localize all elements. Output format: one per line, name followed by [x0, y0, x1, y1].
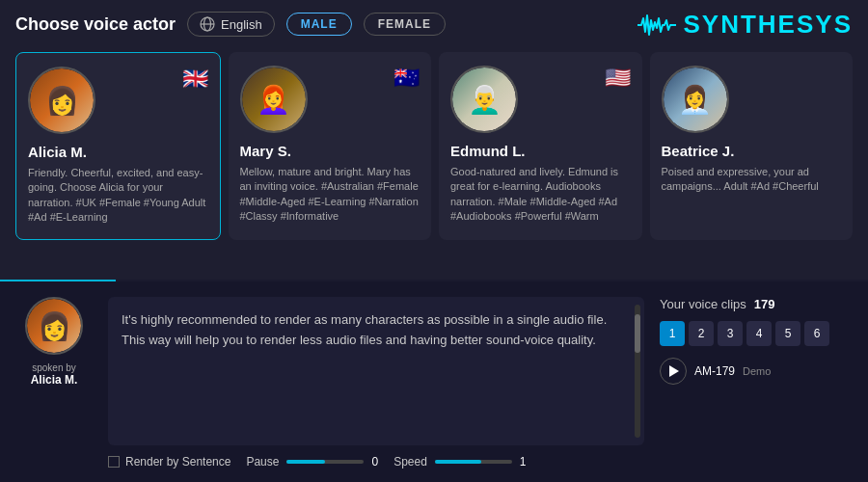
actor-desc-2: Good-natured and lively. Edmund is great…: [450, 165, 631, 225]
actor-avatar-1: 👩‍🦰: [240, 66, 308, 133]
top-section: Choose voice actor English MALE FEMALE S…: [0, 0, 868, 280]
lang-label: English: [221, 17, 262, 32]
text-content: It's highly recommended to render as man…: [122, 312, 607, 347]
globe-icon: [200, 16, 215, 32]
page-title: Choose voice actor: [15, 14, 176, 35]
actor-avatar-2: 👨‍🦳: [450, 66, 518, 133]
clip-number-1[interactable]: 1: [660, 321, 685, 346]
actor-avatar-circle-1: 👩‍🦰: [242, 67, 306, 131]
speed-slider-fill: [435, 460, 481, 464]
text-content-box[interactable]: It's highly recommended to render as man…: [108, 297, 644, 445]
actor-avatar-circle-3: 👩‍💼: [664, 67, 727, 131]
actor-avatar-0: 👩: [28, 67, 95, 134]
waveform-icon: [637, 11, 676, 40]
clip-number-5[interactable]: 5: [775, 321, 800, 346]
render-by-sentence-control[interactable]: Render by Sentence: [108, 455, 231, 469]
scrollbar-thumb[interactable]: [635, 314, 640, 353]
play-triangle-icon: [669, 365, 679, 377]
bottom-avatar-circle: 👩: [27, 299, 81, 353]
actor-flag-2: 🇺🇸: [605, 66, 631, 91]
scrollbar-track[interactable]: [635, 305, 640, 438]
demo-badge: Demo: [743, 365, 771, 377]
card-top-3: 👩‍💼: [662, 66, 842, 133]
language-button[interactable]: English: [187, 12, 275, 37]
clip-number-3[interactable]: 3: [718, 321, 743, 346]
cards-row: 👩 🇬🇧 Alicia M. Friendly. Cheerful, excit…: [15, 52, 853, 240]
pause-slider-fill: [286, 460, 325, 464]
logo-icon: [637, 11, 676, 40]
actor-desc-3: Poised and expressive, your ad campaigns…: [662, 165, 842, 195]
actor-desc-0: Friendly. Cheerful, excited, and easy-go…: [28, 166, 208, 226]
text-editor-area: It's highly recommended to render as man…: [108, 297, 644, 469]
voice-clips-header: Your voice clips 179: [660, 297, 853, 311]
actor-flag-0: 🇬🇧: [182, 67, 208, 92]
female-button[interactable]: FEMALE: [364, 13, 446, 36]
voice-card-2[interactable]: 👨‍🦳 🇺🇸 Edmund L. Good-natured and lively…: [439, 52, 642, 240]
speed-slider[interactable]: [435, 460, 512, 464]
actor-name-3: Beatrice J.: [662, 143, 842, 159]
audio-label: AM-179: [694, 364, 735, 378]
pause-value: 0: [371, 455, 378, 469]
clip-number-4[interactable]: 4: [746, 321, 772, 346]
card-top-2: 👨‍🦳 🇺🇸: [450, 66, 631, 133]
voice-clips-panel: Your voice clips 179 123456 AM-179 Demo: [660, 297, 853, 469]
actor-avatar-3: 👩‍💼: [662, 66, 729, 133]
voice-card-0[interactable]: 👩 🇬🇧 Alicia M. Friendly. Cheerful, excit…: [15, 52, 221, 240]
clip-number-6[interactable]: 6: [804, 321, 829, 346]
speed-label: Speed: [393, 455, 427, 469]
card-top-1: 👩‍🦰 🇦🇺: [240, 66, 420, 133]
speed-control: Speed 1: [393, 455, 526, 469]
male-button[interactable]: MALE: [286, 13, 352, 36]
actor-avatar-circle-0: 👩: [30, 68, 94, 132]
actor-name-1: Mary S.: [240, 143, 420, 159]
actor-name-0: Alicia M.: [28, 144, 208, 160]
voice-clips-label: Your voice clips: [660, 297, 746, 311]
pause-control: Pause 0: [246, 455, 378, 469]
actor-desc-1: Mellow, mature and bright. Mary has an i…: [240, 165, 420, 225]
voice-card-1[interactable]: 👩‍🦰 🇦🇺 Mary S. Mellow, mature and bright…: [229, 52, 432, 240]
voice-card-3[interactable]: 👩‍💼 Beatrice J. Poised and expressive, y…: [650, 52, 854, 240]
play-button[interactable]: [660, 358, 687, 385]
speed-value: 1: [520, 455, 527, 469]
bottom-avatar: 👩: [25, 297, 83, 355]
render-by-sentence-label: Render by Sentence: [125, 455, 231, 469]
logo-area: SYNTHESYS: [637, 10, 854, 40]
render-checkbox[interactable]: [108, 456, 120, 468]
card-top-0: 👩 🇬🇧: [28, 67, 208, 134]
actor-name-2: Edmund L.: [450, 143, 631, 159]
spoken-by-name: Alicia M.: [31, 373, 78, 387]
controls-row: Render by Sentence Pause 0 Speed 1: [108, 455, 644, 469]
voice-clips-count: 179: [754, 297, 775, 311]
actor-flag-1: 🇦🇺: [393, 66, 420, 91]
clip-number-2[interactable]: 2: [689, 321, 714, 346]
logo-text: SYNTHESYS: [684, 10, 854, 40]
pause-label: Pause: [246, 455, 279, 469]
pause-slider[interactable]: [286, 460, 364, 464]
audio-player: AM-179 Demo: [660, 358, 853, 385]
actor-avatar-circle-2: 👨‍🦳: [452, 67, 516, 131]
spoken-by-label: spoken by: [32, 362, 76, 373]
speaker-info: 👩 spoken by Alicia M.: [15, 297, 93, 469]
clip-numbers-row: 123456: [660, 321, 853, 346]
bottom-section: 👩 spoken by Alicia M. It's highly recomm…: [0, 281, 868, 482]
